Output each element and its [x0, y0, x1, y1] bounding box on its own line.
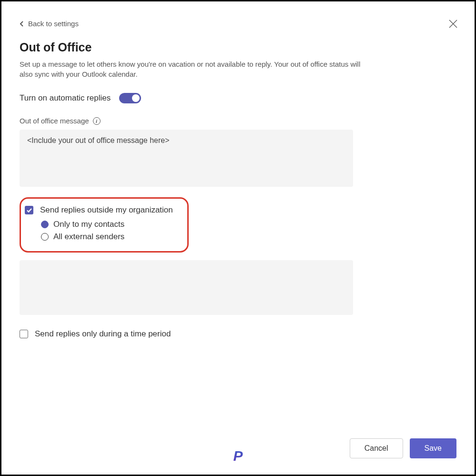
out-of-office-message-input[interactable] — [20, 130, 353, 187]
close-button[interactable] — [448, 19, 458, 29]
toggle-knob — [132, 94, 140, 102]
dialog-footer: Cancel Save — [350, 438, 456, 458]
time-period-checkbox[interactable] — [20, 330, 28, 338]
save-button[interactable]: Save — [410, 438, 456, 458]
cancel-button[interactable]: Cancel — [350, 438, 403, 458]
radio-all-external-label: All external senders — [53, 232, 124, 242]
back-to-settings-link[interactable]: Back to settings — [20, 20, 79, 28]
close-icon — [448, 19, 458, 29]
page-description: Set up a message to let others know you'… — [20, 59, 372, 80]
chevron-left-icon — [20, 20, 24, 27]
message-label: Out of office message — [20, 117, 89, 125]
radio-selected-icon — [41, 221, 49, 228]
external-message-input[interactable] — [20, 260, 353, 315]
radio-unselected-icon — [41, 233, 49, 241]
info-icon[interactable]: i — [93, 117, 101, 125]
out-of-office-dialog: Back to settings Out of Office Set up a … — [0, 0, 476, 476]
external-replies-highlight: Send replies outside my organization Onl… — [20, 197, 189, 253]
back-label: Back to settings — [28, 20, 79, 28]
automatic-replies-toggle[interactable] — [119, 93, 141, 103]
time-period-label: Send replies only during a time period — [35, 329, 171, 339]
watermark-logo: P — [233, 448, 243, 464]
radio-only-contacts[interactable]: Only to my contacts — [41, 220, 173, 229]
send-external-label: Send replies outside my organization — [40, 205, 173, 215]
check-icon — [27, 208, 32, 213]
page-title: Out of Office — [20, 41, 456, 54]
external-scope-radiogroup: Only to my contacts All external senders — [41, 220, 173, 242]
radio-all-external[interactable]: All external senders — [41, 232, 173, 242]
radio-only-contacts-label: Only to my contacts — [53, 220, 124, 229]
send-external-checkbox[interactable] — [25, 206, 33, 214]
automatic-replies-label: Turn on automatic replies — [20, 93, 111, 103]
